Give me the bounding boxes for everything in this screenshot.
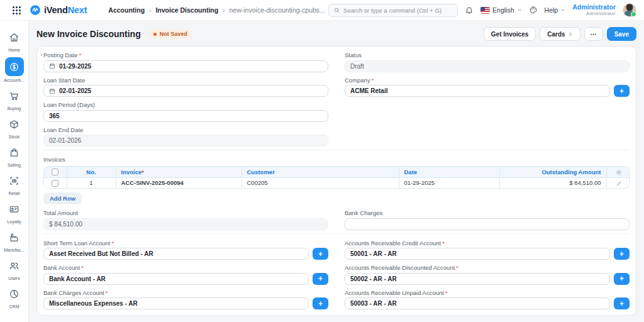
help-label: Help <box>545 6 558 14</box>
bank-account-input[interactable]: Bank Account - AR <box>43 273 309 285</box>
section-divider <box>43 233 630 234</box>
field-bank-account: Bank Account* Bank Account - AR + <box>43 264 328 285</box>
invoice-discounting-form: › Posting Date* 01-29-2025 Loan Start Da… <box>36 46 636 316</box>
status-dot <box>153 33 157 36</box>
shopping-bag-icon <box>5 144 24 161</box>
cell-date[interactable]: 01-29-2025 <box>399 177 499 188</box>
add-ar-credit-account-button[interactable]: + <box>614 248 630 260</box>
field-short-term-loan-account: Short Term Loan Account* Asset Received … <box>43 240 328 260</box>
row-checkbox[interactable] <box>52 180 58 187</box>
breadcrumb-separator: › <box>223 7 225 14</box>
sidebar-item-loyalty[interactable]: Loyalty <box>0 201 28 224</box>
cards-view-selector[interactable]: Cards <box>540 27 580 41</box>
shopping-cart-icon <box>5 87 24 104</box>
invoice-table-row[interactable]: 1 ACC-SINV-2025-00094 C00205 01-29-2025 … <box>44 177 630 188</box>
cell-invoice[interactable]: ACC-SINV-2025-00094 <box>116 177 242 188</box>
global-search[interactable] <box>328 4 458 17</box>
cell-outstanding-amount: $ 84,510.00 <box>499 177 606 188</box>
sidebar-item-manufacturing[interactable]: Manufac... <box>0 229 28 252</box>
select-all-checkbox[interactable] <box>52 169 58 175</box>
company-link-input[interactable]: ACME Retail <box>345 85 610 97</box>
col-no: No. <box>67 167 116 177</box>
save-button[interactable]: Save <box>607 27 636 41</box>
field-ar-discounted-account: Accounts Receivable Discounted Account* … <box>345 264 630 285</box>
sidebar-item-crm[interactable]: CRM <box>0 286 28 309</box>
add-ar-unpaid-account-button[interactable]: + <box>614 297 630 309</box>
field-ar-unpaid-account: Accounts Receivable Unpaid Account* 5000… <box>345 289 630 310</box>
posting-date-input[interactable]: 01-29-2025 <box>43 60 328 72</box>
breadcrumb-invoice-discounting[interactable]: Invoice Discounting <box>155 6 218 14</box>
search-input[interactable] <box>343 7 453 14</box>
language-label: English <box>492 6 514 14</box>
pie-chart-icon <box>5 286 24 303</box>
add-short-term-loan-account-button[interactable]: + <box>313 248 328 260</box>
home-icon <box>5 29 24 46</box>
add-ar-discounted-account-button[interactable]: + <box>614 273 630 285</box>
sidebar-item-home[interactable]: Home <box>0 29 28 52</box>
bank-charges-input[interactable] <box>350 221 624 228</box>
total-amount-readonly: $ 84,510.00 <box>43 218 328 230</box>
field-status: Status Draft <box>345 52 630 72</box>
col-invoice: Invoice* <box>116 167 242 177</box>
user-menu[interactable]: Administrator Administrator <box>572 3 616 16</box>
chevron-down-icon <box>560 8 565 13</box>
sidebar-item-buying[interactable]: Buying <box>0 87 28 111</box>
field-loan-end-date: Loan End Date 02-01-2026 <box>43 126 328 147</box>
get-invoices-button[interactable]: Get Invoices <box>484 27 536 41</box>
add-company-button[interactable]: + <box>614 85 630 97</box>
invoices-table: No. Invoice* Customer Date Outstanding A… <box>43 166 630 189</box>
language-selector[interactable]: English <box>480 6 521 14</box>
loan-start-date-input[interactable]: 02-01-2025 <box>43 85 328 97</box>
sidebar-item-selling[interactable]: Selling <box>0 144 28 167</box>
theme-palette-icon[interactable] <box>529 6 538 14</box>
brand-logo[interactable]: iVendNext <box>30 4 87 16</box>
section-divider <box>43 150 630 150</box>
loyalty-card-icon <box>5 201 24 218</box>
bank-charges-account-input[interactable]: Miscellaneous Expenses - AR <box>43 297 309 309</box>
barcode-icon <box>5 172 24 189</box>
up-down-chevrons-icon <box>568 31 573 37</box>
users-icon <box>5 257 24 274</box>
add-bank-account-button[interactable]: + <box>313 273 328 285</box>
status-badge: Not Saved <box>148 30 193 39</box>
field-bank-charges-account: Bank Charges Account* Miscellaneous Expe… <box>43 289 328 310</box>
breadcrumb: Accounting › Invoice Discounting › new-i… <box>108 6 325 14</box>
cell-customer[interactable]: C00205 <box>242 177 399 188</box>
breadcrumb-current: new-invoice-discounting-cpubs... <box>230 6 325 14</box>
user-role: Administrator <box>572 11 616 16</box>
add-bank-charges-account-button[interactable]: + <box>313 297 328 309</box>
more-menu-button[interactable]: ⋯ <box>584 27 603 41</box>
loan-period-input[interactable] <box>49 113 323 119</box>
ar-credit-account-input[interactable]: 50001 - AR - AR <box>345 248 610 260</box>
add-row-button[interactable]: Add Row <box>43 192 82 204</box>
module-sidebar: Home Accounti... Buying Stock Selling Re… <box>0 21 29 322</box>
short-term-loan-account-input[interactable]: Asset Received But Not Billed - AR <box>43 248 309 260</box>
sidebar-item-accounting[interactable]: Accounti... <box>0 57 28 82</box>
page-title: New Invoice Discounting <box>36 29 141 39</box>
invoices-header-row: No. Invoice* Customer Date Outstanding A… <box>44 167 630 177</box>
collapse-section-chevron-icon[interactable]: › <box>40 51 42 58</box>
field-company: Company* ACME Retail + <box>345 77 630 97</box>
stock-box-icon <box>5 116 24 133</box>
sidebar-item-users[interactable]: Users <box>0 257 28 280</box>
accounting-dollar-icon <box>5 57 24 76</box>
user-avatar[interactable] <box>623 3 636 17</box>
loan-end-date-readonly: 02-01-2026 <box>43 135 328 147</box>
table-settings-gear-icon[interactable] <box>616 169 622 175</box>
help-menu[interactable]: Help <box>545 6 566 14</box>
field-loan-start-date: Loan Start Date 02-01-2025 <box>43 77 328 97</box>
ar-discounted-account-input[interactable]: 50002 - AR - AR <box>345 273 610 285</box>
search-icon <box>333 7 340 14</box>
brand-text-ivend: iVend <box>44 5 68 15</box>
sidebar-item-stock[interactable]: Stock <box>0 116 28 139</box>
top-navbar: iVendNext Accounting › Invoice Discounti… <box>0 0 644 21</box>
breadcrumb-accounting[interactable]: Accounting <box>108 6 145 14</box>
cell-row-number: 1 <box>67 177 116 188</box>
notifications-bell-icon[interactable] <box>465 6 474 14</box>
sidebar-item-retail[interactable]: Retail <box>0 172 28 196</box>
ar-unpaid-account-input[interactable]: 50003 - AR - AR <box>345 297 610 309</box>
field-loan-period: Loan Period (Days) <box>43 101 328 122</box>
field-posting-date: Posting Date* 01-29-2025 <box>43 52 328 72</box>
edit-row-pencil-icon[interactable] <box>616 180 622 186</box>
apps-grid-icon[interactable] <box>13 6 21 14</box>
